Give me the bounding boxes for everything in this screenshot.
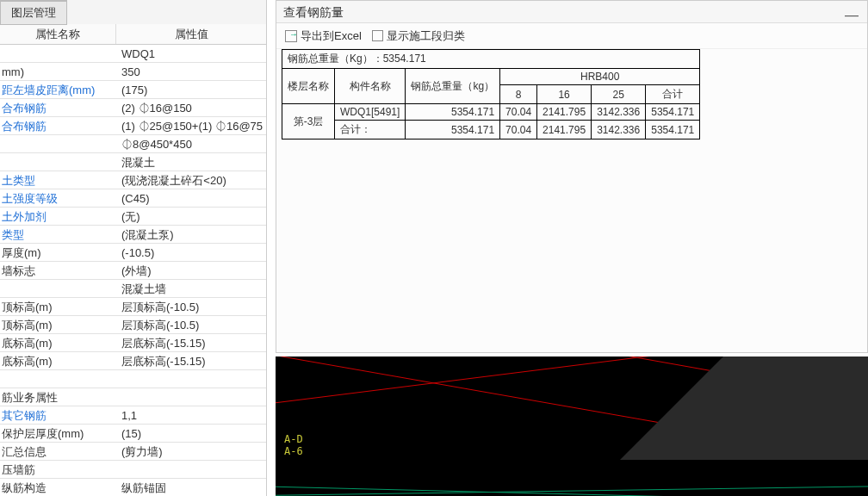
property-row[interactable]: 底标高(m)层底标高(-15.15) [0, 352, 266, 370]
property-name: 厚度(m) [0, 244, 116, 261]
property-row[interactable]: 合布钢筋(1) ⏀25@150+(1) ⏀16@75 [0, 117, 266, 135]
property-row[interactable]: WDQ1 [0, 45, 266, 63]
property-name: 距左墙皮距离(mm) [0, 81, 116, 98]
property-name: 墙标志 [0, 262, 116, 279]
cell-16: 2141.795 [537, 121, 592, 140]
property-row[interactable]: 顶标高(m)层顶标高(-10.5) [0, 298, 266, 316]
property-row[interactable]: 压墙筋 [0, 461, 266, 479]
property-row[interactable]: 纵筋构造纵筋锚固 [0, 479, 266, 496]
property-name: 其它钢筋 [0, 406, 116, 424]
property-name [0, 370, 116, 388]
property-value[interactable]: 350 [116, 63, 266, 80]
property-row[interactable]: mm)350 [0, 63, 266, 81]
property-row[interactable]: 厚度(m)(-10.5) [0, 244, 266, 262]
property-name [0, 135, 116, 152]
property-name [0, 45, 116, 62]
tab-layer-manage[interactable]: 图层管理 [0, 0, 67, 25]
property-row[interactable]: ⏀8@450*450 [0, 135, 266, 153]
property-value[interactable]: 纵筋锚固 [116, 479, 266, 496]
property-name [0, 153, 116, 170]
property-row[interactable]: 混凝土墙 [0, 280, 266, 298]
th-component: 构件名称 [335, 69, 406, 104]
property-row[interactable]: 土强度等级(C45) [0, 189, 266, 208]
property-row[interactable]: 其它钢筋1,1 [0, 406, 266, 425]
show-stage-check[interactable]: 显示施工段归类 [372, 28, 465, 44]
property-name [0, 280, 116, 297]
cell-16: 2141.795 [537, 104, 592, 121]
axis-label-ad: A-D [284, 433, 303, 445]
property-value[interactable]: (-10.5) [116, 244, 266, 261]
property-row[interactable]: 顶标高(m)层顶标高(-10.5) [0, 316, 266, 334]
property-value[interactable]: 层顶标高(-10.5) [116, 316, 266, 333]
result-table-wrap: 钢筋总重量（Kg）：5354.171 楼层名称 构件名称 钢筋总重量（kg） H… [282, 49, 862, 140]
th-sum: 合计 [646, 85, 700, 104]
th-floor: 楼层名称 [282, 69, 335, 104]
property-row[interactable]: 距左墙皮距离(mm)(175) [0, 81, 266, 99]
export-icon [285, 30, 297, 42]
property-value[interactable]: 混凝土墙 [116, 280, 266, 297]
property-row[interactable]: 混凝土 [0, 153, 266, 171]
property-row[interactable] [0, 370, 266, 388]
property-row[interactable]: 保护层厚度(mm)(15) [0, 425, 266, 443]
property-value[interactable]: (外墙) [116, 262, 266, 279]
property-name: 土强度等级 [0, 189, 116, 207]
property-name: 压墙筋 [0, 461, 116, 478]
th-group: HRB400 [500, 69, 700, 85]
property-rows: WDQ1mm)350距左墙皮距离(mm)(175)合布钢筋(2) ⏀16@150… [0, 45, 266, 496]
property-row[interactable]: 土类型(现浇混凝土碎石<20) [0, 171, 266, 189]
property-value[interactable]: (1) ⏀25@150+(1) ⏀16@75 [116, 117, 266, 134]
tab-bar: 图层管理 [0, 0, 266, 24]
property-name: 顶标高(m) [0, 316, 116, 333]
export-label: 导出到Excel [301, 28, 362, 44]
property-value[interactable]: WDQ1 [116, 45, 266, 62]
property-name: 保护层厚度(mm) [0, 425, 116, 442]
table-row[interactable]: 合计： 5354.171 70.04 2141.795 3142.336 535… [282, 121, 700, 140]
export-excel-button[interactable]: 导出到Excel [285, 28, 362, 44]
property-row[interactable]: 墙标志(外墙) [0, 262, 266, 280]
property-value[interactable]: (剪力墙) [116, 443, 266, 460]
cell-8: 70.04 [500, 104, 537, 121]
property-value[interactable]: (15) [116, 425, 266, 442]
th-totalweight: 钢筋总重量（kg） [406, 69, 500, 104]
property-value[interactable]: (无) [116, 208, 266, 225]
property-name: 纵筋构造 [0, 479, 116, 496]
result-table: 钢筋总重量（Kg）：5354.171 楼层名称 构件名称 钢筋总重量（kg） H… [282, 49, 700, 140]
property-value[interactable]: ⏀8@450*450 [116, 135, 266, 152]
cell-floor: 第-3层 [282, 104, 335, 140]
property-value[interactable]: 1,1 [116, 406, 266, 424]
property-name: 合布钢筋 [0, 117, 116, 134]
property-value[interactable]: (混凝土泵) [116, 226, 266, 243]
cell-8: 70.04 [500, 121, 537, 140]
property-value[interactable] [116, 370, 266, 388]
table-row[interactable]: 第-3层 WDQ1[5491] 5354.171 70.04 2141.795 … [282, 104, 700, 121]
property-row[interactable]: 土外加剂(无) [0, 208, 266, 226]
property-row[interactable]: 底标高(m)层底标高(-15.15) [0, 334, 266, 352]
cell-25: 3142.336 [592, 121, 646, 140]
property-row[interactable]: 类型(混凝土泵) [0, 226, 266, 244]
property-value[interactable] [116, 461, 266, 478]
property-value[interactable]: (2) ⏀16@150 [116, 99, 266, 116]
dialog-title-bar: 查看钢筋量 — [276, 1, 867, 23]
property-name: 类型 [0, 226, 116, 243]
cad-viewport[interactable]: A-D A-6 [276, 356, 868, 496]
minimize-icon[interactable]: — [845, 4, 859, 27]
header-value: 属性值 [116, 24, 266, 44]
property-value[interactable]: 层底标高(-15.15) [116, 334, 266, 351]
property-value[interactable]: (现浇混凝土碎石<20) [116, 171, 266, 189]
property-name: 顶标高(m) [0, 298, 116, 315]
property-value[interactable] [116, 388, 266, 406]
property-value[interactable]: 混凝土 [116, 153, 266, 170]
cad-drawing: A-D A-6 [276, 356, 868, 496]
property-value[interactable]: (175) [116, 81, 266, 98]
total-weight-cell: 钢筋总重量（Kg）：5354.171 [282, 50, 700, 69]
dialog-title: 查看钢筋量 [283, 5, 344, 19]
cell-comp: WDQ1[5491] [335, 104, 406, 121]
checkbox-icon [372, 30, 383, 41]
property-row[interactable]: 汇总信息(剪力墙) [0, 443, 266, 461]
property-value[interactable]: (C45) [116, 189, 266, 207]
property-value[interactable]: 层顶标高(-10.5) [116, 298, 266, 315]
property-row[interactable]: 合布钢筋(2) ⏀16@150 [0, 99, 266, 117]
property-value[interactable]: 层底标高(-15.15) [116, 352, 266, 369]
property-row[interactable]: 筋业务属性 [0, 388, 266, 406]
property-name: 底标高(m) [0, 352, 116, 369]
